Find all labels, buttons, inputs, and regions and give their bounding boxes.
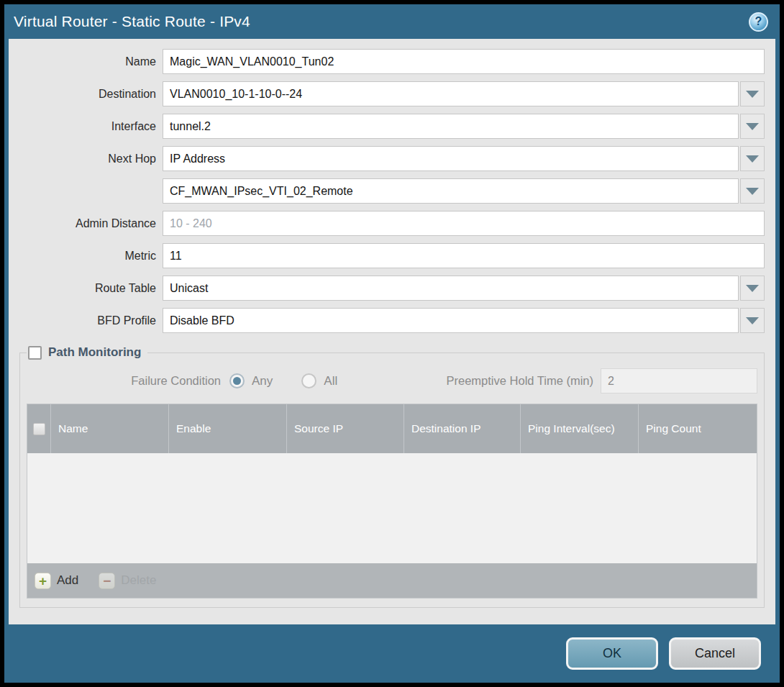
chevron-down-icon [746, 285, 759, 292]
path-monitoring-title: Path Monitoring [48, 345, 141, 360]
metric-label: Metric [19, 250, 156, 263]
name-input[interactable] [163, 49, 765, 74]
bfd-profile-dropdown-button[interactable] [740, 308, 765, 333]
bfd-profile-input[interactable] [163, 308, 739, 333]
preemptive-hold-input[interactable] [601, 368, 757, 393]
path-monitoring-table: Name Enable Source IP Destination IP Pin… [27, 404, 757, 599]
radio-option-all[interactable]: All [301, 373, 337, 388]
interface-dropdown-button[interactable] [740, 114, 765, 139]
destination-label: Destination [19, 88, 156, 101]
select-all-cell [27, 404, 50, 453]
form-row-next-hop-address [19, 178, 765, 204]
admin-distance-label: Admin Distance [19, 217, 156, 230]
next-hop-address-input[interactable] [163, 178, 739, 204]
column-header-ping-count[interactable]: Ping Count [638, 404, 757, 453]
preemptive-hold-label: Preemptive Hold Time (min) [447, 374, 593, 388]
destination-dropdown-button[interactable] [740, 81, 765, 106]
bfd-profile-label: BFD Profile [19, 314, 156, 327]
title-bar: Virtual Router - Static Route - IPv4 ? [4, 4, 780, 39]
table-action-bar: + Add − Delete [27, 563, 757, 598]
delete-button-label: Delete [121, 573, 156, 588]
plus-icon: + [35, 573, 51, 589]
radio-option-any[interactable]: Any [229, 373, 273, 388]
table-header-row: Name Enable Source IP Destination IP Pin… [27, 404, 757, 453]
column-header-enable[interactable]: Enable [168, 404, 286, 453]
add-button-label: Add [57, 573, 78, 588]
column-header-name[interactable]: Name [50, 404, 168, 453]
minus-icon: − [99, 573, 115, 589]
next-hop-label: Next Hop [19, 153, 156, 165]
form-row-metric: Metric [19, 243, 765, 268]
table-body-empty [27, 453, 757, 563]
chevron-down-icon [746, 317, 759, 324]
dialog-body: Name Destination Interface [9, 39, 775, 624]
form-row-route-table: Route Table [19, 276, 765, 301]
path-monitoring-checkbox[interactable] [28, 346, 42, 360]
failure-condition-row: Failure Condition Any All Preemptive Hol… [27, 368, 757, 393]
form-row-next-hop: Next Hop [19, 146, 765, 171]
chevron-down-icon [746, 188, 759, 195]
failure-condition-label: Failure Condition [27, 374, 221, 388]
metric-input[interactable] [163, 243, 765, 268]
radio-any-label: Any [252, 374, 273, 388]
name-label: Name [19, 55, 156, 68]
dialog-title: Virtual Router - Static Route - IPv4 [14, 13, 250, 30]
help-icon[interactable]: ? [749, 12, 768, 32]
radio-any-icon[interactable] [229, 373, 245, 388]
path-monitoring-section: Path Monitoring Failure Condition Any Al… [19, 345, 765, 608]
radio-all-label: All [324, 374, 337, 388]
chevron-down-icon [746, 91, 759, 98]
select-all-checkbox[interactable] [33, 423, 45, 435]
chevron-down-icon [746, 123, 759, 130]
form-row-destination: Destination [19, 81, 765, 106]
route-table-label: Route Table [19, 282, 156, 295]
column-header-ping-interval[interactable]: Ping Interval(sec) [520, 404, 638, 453]
column-header-destination-ip[interactable]: Destination IP [404, 404, 520, 453]
dialog-footer: OK Cancel [4, 624, 780, 683]
form-row-name: Name [19, 49, 765, 74]
next-hop-type-input[interactable] [163, 146, 739, 171]
column-header-source-ip[interactable]: Source IP [286, 404, 404, 453]
interface-input[interactable] [163, 114, 739, 139]
dialog-window: Virtual Router - Static Route - IPv4 ? N… [4, 4, 780, 683]
route-table-input[interactable] [163, 276, 739, 301]
add-button[interactable]: + Add [35, 573, 78, 589]
admin-distance-input[interactable] [163, 211, 765, 236]
path-monitoring-legend: Path Monitoring [27, 345, 147, 360]
form-row-interface: Interface [19, 114, 765, 139]
ok-button[interactable]: OK [566, 637, 658, 670]
chevron-down-icon [746, 155, 759, 163]
cancel-button[interactable]: Cancel [669, 637, 761, 670]
next-hop-type-dropdown-button[interactable] [740, 146, 765, 171]
form-row-admin-distance: Admin Distance [19, 211, 765, 236]
delete-button[interactable]: − Delete [99, 573, 156, 589]
route-table-dropdown-button[interactable] [740, 276, 765, 301]
interface-label: Interface [19, 120, 156, 133]
failure-condition-radio-group: Any All [229, 373, 337, 388]
next-hop-address-dropdown-button[interactable] [740, 178, 765, 204]
form-row-bfd-profile: BFD Profile [19, 308, 765, 333]
preemptive-hold-group: Preemptive Hold Time (min) [447, 368, 757, 393]
radio-all-icon[interactable] [301, 373, 316, 388]
destination-input[interactable] [163, 81, 739, 106]
